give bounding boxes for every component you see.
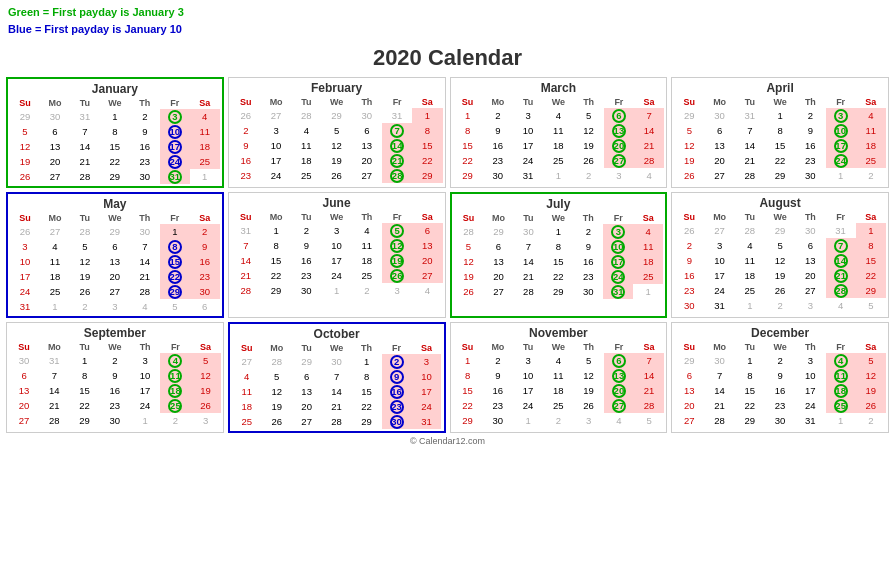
day-cell: 3 (513, 108, 543, 123)
day-cell: 31 (231, 223, 261, 238)
day-cell: 12 (674, 138, 704, 153)
day-cell: 26 (262, 414, 292, 429)
day-header-mo: Mo (705, 211, 735, 223)
day-cell: 16 (765, 383, 795, 398)
day-cell: 29 (261, 283, 291, 298)
day-cell: 22 (765, 153, 795, 168)
day-header-tu: Tu (735, 341, 765, 353)
day-cell: 19 (574, 383, 604, 398)
day-header-we: We (765, 96, 795, 108)
day-cell: 8 (453, 123, 483, 138)
day-header-fr: Fr (160, 97, 190, 109)
day-cell: 31 (513, 168, 543, 183)
day-cell: 30 (705, 353, 735, 368)
day-cell: 9 (483, 368, 513, 383)
day-cell: 4 (291, 123, 321, 138)
day-cell: 1 (322, 283, 352, 298)
day-cell: 24 (261, 168, 291, 183)
day-header-we: We (100, 212, 130, 224)
day-cell: 16 (674, 268, 704, 283)
day-cell: 7 (231, 238, 261, 253)
day-cell: 19 (765, 268, 795, 283)
day-header-su: Su (231, 211, 261, 223)
day-cell: 24 (826, 153, 856, 168)
day-cell: 1 (826, 168, 856, 183)
day-cell: 27 (705, 168, 735, 183)
day-cell: 19 (70, 269, 100, 284)
day-cell: 7 (634, 353, 664, 368)
day-header-sa: Sa (190, 212, 220, 224)
day-header-fr: Fr (826, 96, 856, 108)
day-cell: 30 (322, 354, 352, 369)
day-cell: 1 (735, 298, 765, 313)
day-cell: 15 (412, 138, 442, 153)
day-cell: 20 (604, 383, 634, 398)
day-cell: 26 (574, 153, 604, 168)
day-cell: 24 (412, 399, 442, 414)
day-cell: 2 (190, 224, 220, 239)
day-cell: 28 (262, 354, 292, 369)
day-cell: 21 (382, 153, 412, 168)
day-cell: 20 (795, 268, 825, 283)
day-cell: 23 (795, 153, 825, 168)
day-cell: 11 (291, 138, 321, 153)
day-cell: 2 (382, 354, 412, 369)
day-header-su: Su (231, 96, 261, 108)
day-cell: 23 (483, 153, 513, 168)
day-cell: 6 (795, 238, 825, 253)
day-header-tu: Tu (513, 96, 543, 108)
day-cell: 18 (735, 268, 765, 283)
day-cell: 27 (483, 284, 513, 299)
day-cell: 17 (160, 139, 190, 154)
day-cell: 20 (604, 138, 634, 153)
day-cell: 13 (292, 384, 322, 399)
day-header-fr: Fr (382, 211, 412, 223)
day-cell: 17 (322, 253, 352, 268)
day-cell: 2 (160, 413, 190, 428)
day-header-sa: Sa (634, 96, 664, 108)
day-cell: 6 (483, 239, 513, 254)
day-cell: 5 (382, 223, 412, 238)
day-cell: 16 (291, 253, 321, 268)
day-cell: 1 (856, 223, 886, 238)
month-name: February (231, 80, 443, 96)
day-cell: 30 (382, 414, 412, 429)
day-cell: 18 (543, 383, 573, 398)
day-header-sa: Sa (634, 341, 664, 353)
day-cell: 6 (604, 353, 634, 368)
day-cell: 27 (705, 223, 735, 238)
day-cell: 9 (795, 123, 825, 138)
day-header-sa: Sa (633, 212, 663, 224)
day-cell: 4 (352, 223, 382, 238)
day-header-fr: Fr (382, 96, 412, 108)
day-header-sa: Sa (190, 97, 220, 109)
day-cell: 15 (765, 138, 795, 153)
day-header-su: Su (674, 96, 704, 108)
day-cell: 19 (10, 154, 40, 169)
day-cell: 1 (160, 224, 190, 239)
day-cell: 5 (674, 123, 704, 138)
day-cell: 21 (70, 154, 100, 169)
day-header-fr: Fr (604, 341, 634, 353)
day-cell: 18 (856, 138, 886, 153)
day-cell: 6 (40, 124, 70, 139)
day-cell: 21 (130, 269, 160, 284)
day-cell: 25 (735, 283, 765, 298)
day-cell: 7 (826, 238, 856, 253)
day-cell: 29 (856, 283, 886, 298)
day-cell: 27 (100, 284, 130, 299)
day-cell: 18 (160, 383, 190, 398)
day-cell: 4 (160, 353, 190, 368)
month-name: December (674, 325, 886, 341)
day-cell: 21 (826, 268, 856, 283)
day-cell: 25 (856, 153, 886, 168)
day-header-fr: Fr (603, 212, 633, 224)
day-cell: 14 (634, 368, 664, 383)
day-cell: 14 (513, 254, 543, 269)
day-cell: 26 (856, 398, 886, 413)
day-cell: 1 (261, 223, 291, 238)
day-cell: 23 (100, 398, 130, 413)
day-cell: 30 (40, 109, 70, 124)
day-cell: 22 (70, 398, 100, 413)
day-cell: 12 (454, 254, 484, 269)
